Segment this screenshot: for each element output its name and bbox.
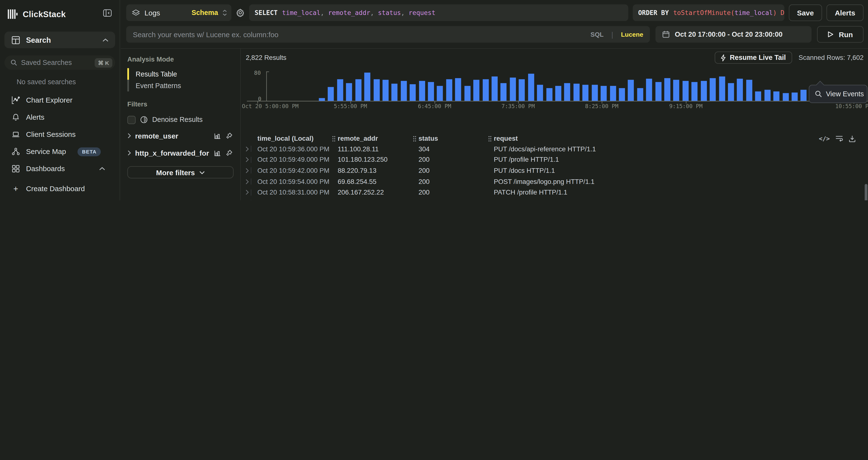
more-filters-button[interactable]: More filters	[127, 166, 234, 179]
order-by-input[interactable]: ORDER BY toStartOfMinute(time_local) D	[633, 4, 784, 21]
histogram-bar[interactable]	[683, 81, 689, 101]
table-row[interactable]: Oct 20 10:59:49.000 PM 101.180.123.250 2…	[241, 154, 868, 165]
resume-live-tail-button[interactable]: Resume Live Tail	[715, 52, 792, 64]
view-events-tooltip[interactable]: View Events	[809, 85, 867, 103]
alerts-button[interactable]: Alerts	[827, 4, 864, 21]
sql-mode-toggle[interactable]: SQL	[590, 31, 603, 38]
table-row[interactable]: Oct 20 10:58:31.000 PM 206.167.252.22 20…	[241, 187, 868, 198]
drag-grip-icon[interactable]	[413, 135, 416, 141]
histogram-bar[interactable]	[473, 80, 479, 101]
source-select[interactable]: Logs Schema	[126, 4, 231, 21]
event-search-input[interactable]: Search your events w/ Lucene ex. column:…	[126, 26, 650, 43]
histogram-bar[interactable]	[510, 78, 516, 100]
histogram-bar[interactable]	[364, 73, 370, 100]
sidebar-item-dashboards[interactable]: Dashboards	[0, 160, 120, 177]
histogram-bar[interactable]	[774, 91, 779, 101]
filter-field-http-x-forwarded-for[interactable]: http_x_forwarded_for	[127, 146, 234, 160]
column-header-request[interactable]: request	[488, 135, 868, 142]
histogram-bar[interactable]	[764, 90, 770, 101]
histogram-bar[interactable]	[455, 78, 461, 101]
sidebar-collapse-icon[interactable]	[103, 9, 112, 17]
histogram-bar[interactable]	[628, 80, 634, 101]
drag-grip-icon[interactable]	[332, 135, 336, 141]
drag-grip-icon[interactable]	[488, 135, 492, 141]
histogram-bar[interactable]	[719, 76, 725, 100]
row-expand-chevron-icon[interactable]	[245, 157, 251, 163]
table-scrollbar[interactable]	[865, 184, 867, 200]
column-header-time-local[interactable]: time_local (Local)	[257, 135, 332, 142]
histogram-bar[interactable]	[319, 98, 325, 101]
table-row[interactable]: Oct 20 10:59:36.000 PM 111.100.28.11 304…	[241, 144, 868, 154]
histogram-bar[interactable]	[355, 79, 361, 101]
histogram-bar[interactable]	[674, 80, 679, 101]
sidebar-item-chart-explorer[interactable]: Chart Explorer	[0, 91, 120, 109]
histogram-bar[interactable]	[346, 83, 352, 101]
create-dashboard-button[interactable]: + Create Dashboard	[0, 180, 120, 197]
histogram-bar[interactable]	[401, 81, 407, 101]
chart-mini-icon[interactable]	[214, 133, 221, 139]
histogram-bar[interactable]	[610, 86, 616, 101]
lucene-mode-toggle[interactable]: Lucene	[621, 31, 643, 38]
histogram-bar[interactable]	[373, 79, 379, 101]
table-row[interactable]: Oct 20 10:59:42.000 PM 88.220.79.13 200 …	[241, 165, 868, 176]
histogram-bar[interactable]	[574, 84, 579, 101]
histogram-bar[interactable]	[483, 79, 489, 101]
histogram-bar[interactable]	[691, 82, 698, 101]
histogram-bar[interactable]	[500, 83, 506, 101]
row-expand-chevron-icon[interactable]	[245, 190, 251, 195]
sidebar-item-search[interactable]: Search	[4, 32, 115, 48]
histogram-bar[interactable]	[701, 81, 707, 101]
histogram-bar[interactable]	[746, 80, 752, 101]
code-view-icon[interactable]: </>	[819, 135, 830, 142]
histogram-bar[interactable]	[646, 79, 652, 101]
histogram-bar[interactable]	[446, 79, 452, 101]
histogram-bar[interactable]	[564, 83, 570, 101]
row-expand-chevron-icon[interactable]	[245, 168, 251, 174]
histogram-bar[interactable]	[337, 79, 343, 101]
histogram-bar[interactable]	[619, 88, 625, 101]
histogram-bar[interactable]	[555, 86, 561, 101]
pin-icon[interactable]	[226, 150, 233, 156]
histogram-bar[interactable]	[728, 83, 734, 101]
histogram-bar[interactable]	[664, 78, 670, 101]
table-row[interactable]: Oct 20 10:58:18.000 PM 6.247.54.111 200 …	[241, 198, 868, 200]
saved-searches-input[interactable]: Saved Searches ⌘ K	[4, 56, 115, 70]
histogram-bar[interactable]	[710, 78, 716, 101]
histogram-bar[interactable]	[419, 81, 425, 101]
sidebar-item-alerts[interactable]: Alerts	[0, 109, 120, 126]
time-range-picker[interactable]: Oct 20 17:00:00 - Oct 20 23:00:00	[655, 26, 811, 43]
histogram-bar[interactable]	[637, 88, 643, 101]
histogram-bar[interactable]	[437, 86, 443, 101]
mode-results-table[interactable]: Results Table	[127, 68, 234, 80]
denoise-results-row[interactable]: Denoise Results	[127, 114, 234, 126]
histogram-bar[interactable]	[492, 77, 498, 101]
denoise-checkbox[interactable]	[127, 116, 135, 124]
sidebar-item-service-map[interactable]: Service Map BETA	[0, 143, 120, 160]
histogram-bar[interactable]	[519, 79, 525, 101]
histogram-bar[interactable]	[592, 85, 598, 101]
table-row[interactable]: Oct 20 10:59:54.000 PM 69.68.254.55 200 …	[241, 176, 868, 187]
column-header-status[interactable]: status	[413, 135, 488, 142]
histogram-bar[interactable]	[583, 85, 589, 101]
mode-event-patterns[interactable]: Event Patterns	[127, 80, 234, 91]
histogram-bar[interactable]	[392, 84, 398, 101]
source-settings-gear-icon[interactable]	[236, 8, 245, 17]
save-button[interactable]: Save	[789, 4, 822, 21]
wrap-text-icon[interactable]	[835, 135, 843, 142]
histogram-bar[interactable]	[382, 80, 389, 101]
filter-field-remote-user[interactable]: remote_user	[127, 128, 234, 143]
histogram-bar[interactable]	[782, 93, 788, 101]
select-columns-input[interactable]: SELECT time_local, remote_addr, status, …	[249, 4, 628, 21]
histogram-bar[interactable]	[410, 84, 416, 101]
histogram-bar[interactable]	[792, 93, 798, 101]
histogram-bar[interactable]	[655, 82, 661, 101]
histogram-bar[interactable]	[546, 88, 552, 101]
run-button[interactable]: Run	[817, 26, 864, 43]
histogram-bar[interactable]	[428, 82, 434, 101]
histogram-bar[interactable]	[537, 85, 543, 101]
chart-bars[interactable]	[319, 72, 861, 100]
histogram-bar[interactable]	[801, 90, 807, 101]
download-icon[interactable]	[849, 135, 856, 142]
chart-mini-icon[interactable]	[214, 150, 221, 156]
histogram-bar[interactable]	[328, 87, 334, 101]
